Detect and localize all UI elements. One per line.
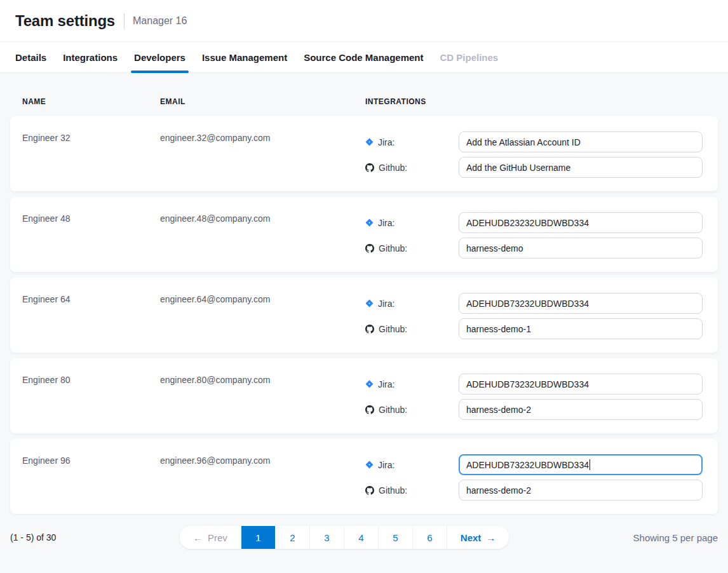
jira-icon <box>365 299 374 307</box>
column-header-name: NAME <box>22 97 160 106</box>
jira-icon <box>365 219 374 227</box>
github-label: Github: <box>379 243 407 253</box>
github-input[interactable] <box>459 318 703 339</box>
developer-name: Engineer 64 <box>22 293 160 304</box>
github-input[interactable] <box>459 157 703 178</box>
page-title: Team settings <box>15 12 115 30</box>
tab-integrations[interactable]: Integrations <box>63 42 118 72</box>
team-name: Manager 16 <box>133 15 187 27</box>
next-page-button[interactable]: Next → <box>447 526 509 549</box>
jira-input[interactable] <box>459 212 703 233</box>
column-header-integrations: INTEGRATIONS <box>365 97 706 106</box>
developers-panel: NAME EMAIL INTEGRATIONS Engineer 32 engi… <box>0 73 728 573</box>
developer-email: engineer.32@company.com <box>160 131 365 143</box>
page-button-6[interactable]: 6 <box>412 526 447 549</box>
page-button-5[interactable]: 5 <box>378 526 412 549</box>
page-button-4[interactable]: 4 <box>344 526 378 549</box>
developer-email: engineer.96@company.com <box>160 454 365 466</box>
jira-label: Jira: <box>378 218 394 228</box>
github-icon <box>365 325 374 334</box>
integrations-cell: Jira: ADEHUDB73232UBDWBD334 Github: <box>365 454 703 501</box>
developer-row: Engineer 80 engineer.80@company.com Jira… <box>10 358 718 433</box>
jira-label: Jira: <box>378 379 394 389</box>
jira-input[interactable] <box>459 131 703 152</box>
developer-email: engineer.64@company.com <box>160 293 365 304</box>
tab-source-code-management[interactable]: Source Code Management <box>304 42 423 72</box>
arrow-left-icon: ← <box>193 532 203 543</box>
page-button-3[interactable]: 3 <box>309 526 344 549</box>
prev-page-button[interactable]: ← Prev <box>180 526 241 549</box>
page-button-2[interactable]: 2 <box>275 526 309 549</box>
developer-name: Engineer 32 <box>22 131 160 143</box>
arrow-right-icon: → <box>486 532 495 543</box>
developer-row: Engineer 48 engineer.48@company.com Jira… <box>10 197 718 272</box>
jira-icon <box>365 461 374 469</box>
text-caret <box>590 459 591 470</box>
github-icon <box>365 163 374 172</box>
github-label: Github: <box>379 324 407 334</box>
page-button-1[interactable]: 1 <box>241 526 275 549</box>
pagination-range: (1 - 5) of 30 <box>10 532 180 543</box>
github-label: Github: <box>379 485 407 495</box>
github-input[interactable] <box>459 399 703 420</box>
developer-email: engineer.48@company.com <box>160 212 365 224</box>
tab-details[interactable]: Details <box>15 42 46 72</box>
jira-icon <box>365 138 374 146</box>
jira-input[interactable] <box>459 374 703 394</box>
tab-bar: Details Integrations Developers Issue Ma… <box>0 42 728 73</box>
developer-email: engineer.80@company.com <box>160 374 365 385</box>
github-icon <box>365 405 374 414</box>
tab-developers[interactable]: Developers <box>134 42 185 72</box>
column-header-email: EMAIL <box>160 97 365 106</box>
developer-row: Engineer 32 engineer.32@company.com Jira… <box>10 116 718 191</box>
tab-cd-pipelines: CD Pipelines <box>440 42 499 72</box>
developer-row: Engineer 64 engineer.64@company.com Jira… <box>10 278 718 353</box>
integrations-cell: Jira: Github: <box>365 131 703 178</box>
developer-name: Engineer 48 <box>22 212 160 224</box>
github-label: Github: <box>379 405 407 415</box>
pager: ← Prev 1 2 3 4 5 6 Next → <box>180 526 509 549</box>
jira-input[interactable]: ADEHUDB73232UBDWBD334 <box>459 454 703 475</box>
jira-label: Jira: <box>378 137 394 147</box>
developer-row: Engineer 96 engineer.96@company.com Jira… <box>10 439 718 514</box>
github-icon <box>365 486 374 495</box>
github-label: Github: <box>379 163 407 173</box>
table-column-headers: NAME EMAIL INTEGRATIONS <box>10 73 718 116</box>
integrations-cell: Jira: Github: <box>365 293 703 339</box>
github-input[interactable] <box>459 480 703 501</box>
per-page-text: Showing 5 per page <box>509 532 718 543</box>
tab-issue-management[interactable]: Issue Management <box>202 42 287 72</box>
developer-name: Engineer 80 <box>22 374 160 385</box>
page-header: Team settings Manager 16 <box>0 0 728 42</box>
integrations-cell: Jira: Github: <box>365 374 703 420</box>
github-icon <box>365 244 374 253</box>
jira-icon <box>365 380 374 388</box>
developer-name: Engineer 96 <box>22 454 160 466</box>
title-divider <box>124 13 125 29</box>
integrations-cell: Jira: Github: <box>365 212 703 259</box>
jira-label: Jira: <box>378 460 394 470</box>
pagination-bar: (1 - 5) of 30 ← Prev 1 2 3 4 5 6 Next → … <box>10 526 718 549</box>
github-input[interactable] <box>459 238 703 259</box>
jira-input[interactable] <box>459 293 703 314</box>
jira-label: Jira: <box>378 299 394 309</box>
